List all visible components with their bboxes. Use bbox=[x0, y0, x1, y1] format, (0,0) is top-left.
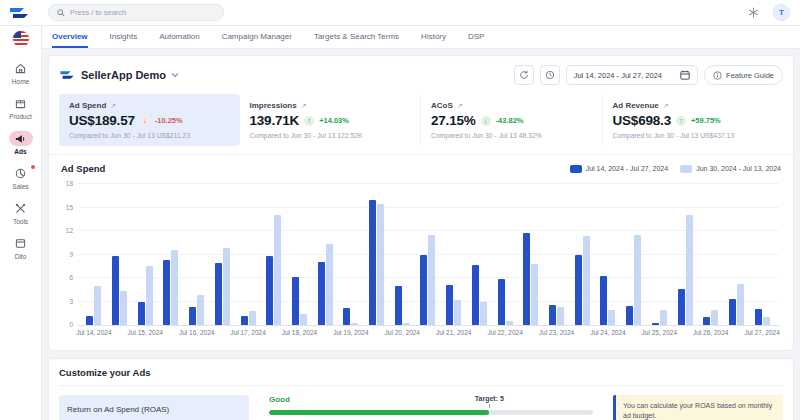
external-link-icon[interactable]: ↗ bbox=[457, 102, 463, 110]
bar[interactable] bbox=[454, 300, 461, 325]
bar[interactable] bbox=[428, 235, 435, 325]
sidebar-item-home[interactable]: Home bbox=[9, 56, 33, 91]
metric-card-ad-spend[interactable]: Ad Spend↗US$189.57↓-10.25%Compared to Ju… bbox=[59, 94, 240, 146]
tab-history[interactable]: History bbox=[421, 26, 446, 48]
bar-group[interactable]: Jul 23, 2024 bbox=[544, 184, 570, 325]
bar[interactable] bbox=[343, 308, 350, 325]
bar[interactable] bbox=[608, 310, 615, 325]
bar-group[interactable] bbox=[467, 184, 493, 325]
bar-group[interactable]: Jul 22, 2024 bbox=[492, 184, 518, 325]
tab-campaign-manager[interactable]: Campaign Manager bbox=[222, 26, 292, 48]
sidebar-item-tools[interactable]: Tools bbox=[9, 196, 33, 231]
search-input[interactable]: Press / to search bbox=[48, 4, 224, 21]
bar[interactable] bbox=[241, 316, 248, 325]
bar-group[interactable]: Jul 25, 2024 bbox=[646, 184, 672, 325]
bar-group[interactable]: Jul 20, 2024 bbox=[389, 184, 415, 325]
marketplace-flag-us[interactable] bbox=[12, 30, 30, 48]
bar-group[interactable] bbox=[415, 184, 441, 325]
roas-progress-track[interactable] bbox=[269, 410, 593, 415]
bar[interactable] bbox=[763, 317, 770, 325]
bar[interactable] bbox=[163, 260, 170, 325]
refresh-button[interactable] bbox=[514, 65, 534, 85]
sidebar-item-dito[interactable]: Dito bbox=[9, 231, 33, 266]
bar[interactable] bbox=[94, 286, 101, 325]
external-link-icon[interactable]: ↗ bbox=[663, 102, 669, 110]
sidebar-item-ads[interactable]: Ads bbox=[9, 126, 33, 161]
bar[interactable] bbox=[583, 236, 590, 325]
bar-group[interactable]: Jul 19, 2024 bbox=[338, 184, 364, 325]
user-avatar[interactable]: T bbox=[773, 4, 790, 21]
metric-card-acos[interactable]: ACoS↗27.15%↓-43.82%Compared to Jun 30 - … bbox=[421, 94, 603, 146]
bar[interactable] bbox=[86, 316, 93, 325]
tab-dsp[interactable]: DSP bbox=[468, 26, 484, 48]
bar[interactable] bbox=[678, 289, 685, 325]
bar[interactable] bbox=[266, 256, 273, 325]
bar[interactable] bbox=[446, 285, 453, 325]
metric-card-ad-revenue[interactable]: Ad Revenue↗US$698.3↑+59.75%Compared to J… bbox=[603, 94, 784, 146]
legend-item[interactable]: Jun 30, 2024 - Jul 13, 2024 bbox=[680, 165, 781, 173]
external-link-icon[interactable]: ↗ bbox=[301, 102, 307, 110]
bar-group[interactable]: Jul 15, 2024 bbox=[132, 184, 158, 325]
external-link-icon[interactable]: ↗ bbox=[110, 102, 116, 110]
bar-group[interactable] bbox=[672, 184, 698, 325]
bar-group[interactable]: Jul 26, 2024 bbox=[698, 184, 724, 325]
tab-automation[interactable]: Automation bbox=[159, 26, 199, 48]
bar-group[interactable] bbox=[261, 184, 287, 325]
bar-group[interactable]: Jul 14, 2024 bbox=[81, 184, 107, 325]
bar[interactable] bbox=[249, 311, 256, 325]
bar[interactable] bbox=[395, 286, 402, 325]
bar[interactable] bbox=[703, 317, 710, 325]
bar[interactable] bbox=[215, 263, 222, 325]
bar-group[interactable] bbox=[312, 184, 338, 325]
bar-group[interactable]: Jul 27, 2024 bbox=[749, 184, 775, 325]
bar[interactable] bbox=[120, 291, 127, 325]
bar[interactable] bbox=[575, 255, 582, 325]
bar[interactable] bbox=[403, 323, 410, 325]
bar[interactable] bbox=[300, 314, 307, 325]
metric-card-impressions[interactable]: Impressions↗139.71K↑+14.03%Compared to J… bbox=[240, 94, 422, 146]
bar[interactable] bbox=[660, 310, 667, 325]
bar-group[interactable] bbox=[569, 184, 595, 325]
roas-setting-label[interactable]: Return on Ad Spend (ROAS) bbox=[59, 395, 249, 420]
tab-targets-search-terms[interactable]: Targets & Search Terms bbox=[314, 26, 399, 48]
history-button[interactable] bbox=[540, 65, 560, 85]
bar[interactable] bbox=[557, 307, 564, 325]
bar[interactable] bbox=[729, 299, 736, 325]
bar-group[interactable] bbox=[210, 184, 236, 325]
bar[interactable] bbox=[634, 235, 641, 325]
bar[interactable] bbox=[686, 215, 693, 325]
bar[interactable] bbox=[711, 310, 718, 325]
bar-group[interactable] bbox=[518, 184, 544, 325]
bar[interactable] bbox=[326, 244, 333, 325]
bar-group[interactable] bbox=[158, 184, 184, 325]
bar[interactable] bbox=[112, 256, 119, 325]
feature-guide-button[interactable]: Feature Guide bbox=[704, 65, 783, 85]
date-range-picker[interactable]: Jul 14, 2024 - Jul 27, 2024 bbox=[566, 65, 698, 85]
bar[interactable] bbox=[420, 255, 427, 326]
bar-group[interactable] bbox=[364, 184, 390, 325]
bar[interactable] bbox=[138, 302, 145, 326]
bar[interactable] bbox=[506, 321, 513, 325]
bar[interactable] bbox=[351, 323, 358, 325]
bar[interactable] bbox=[377, 204, 384, 325]
bar[interactable] bbox=[223, 248, 230, 325]
bar[interactable] bbox=[549, 305, 556, 325]
bar[interactable] bbox=[472, 265, 479, 325]
bar[interactable] bbox=[146, 266, 153, 325]
account-name[interactable]: SellerApp Demo bbox=[81, 69, 166, 81]
sidebar-item-sales[interactable]: Sales bbox=[9, 161, 33, 196]
sellerapp-logo-icon[interactable] bbox=[8, 5, 34, 21]
bar-group[interactable]: Jul 16, 2024 bbox=[184, 184, 210, 325]
bar[interactable] bbox=[318, 262, 325, 325]
bar[interactable] bbox=[369, 200, 376, 325]
bar[interactable] bbox=[600, 276, 607, 325]
bar[interactable] bbox=[189, 307, 196, 325]
bar[interactable] bbox=[171, 250, 178, 325]
bar-group[interactable] bbox=[724, 184, 750, 325]
tab-overview[interactable]: Overview bbox=[52, 26, 88, 48]
bar-group[interactable]: Jul 17, 2024 bbox=[235, 184, 261, 325]
bar[interactable] bbox=[531, 264, 538, 325]
whats-new-icon[interactable] bbox=[748, 7, 759, 18]
bar-group[interactable]: Jul 18, 2024 bbox=[287, 184, 313, 325]
bar[interactable] bbox=[480, 302, 487, 326]
